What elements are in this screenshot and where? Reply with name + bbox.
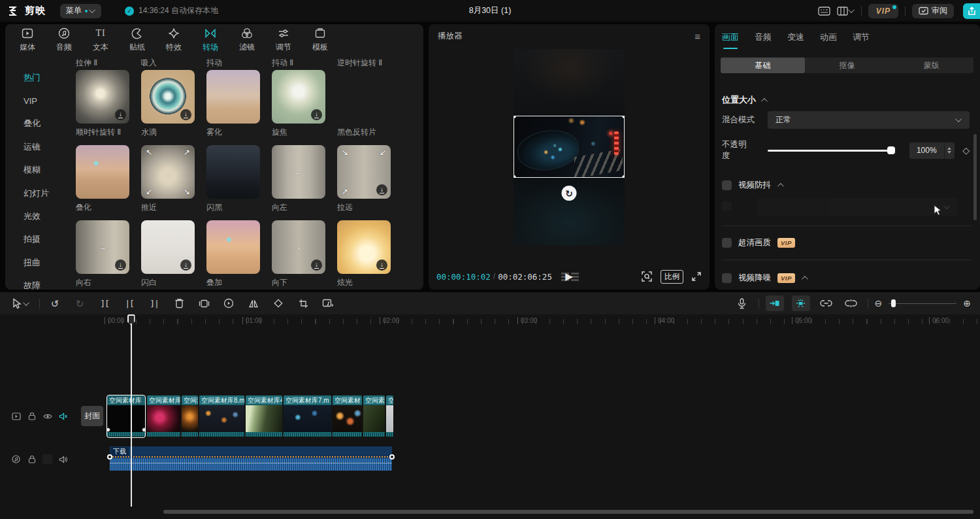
- tab-text[interactable]: TI 文本: [82, 24, 119, 56]
- tab-adjust-props[interactable]: 调节: [853, 31, 870, 49]
- transition-item[interactable]: 雾化: [206, 70, 260, 145]
- rotate-handle[interactable]: ↻: [562, 186, 577, 201]
- preview-focus-icon[interactable]: [641, 271, 653, 282]
- transition-item[interactable]: ↘↙ ↗↖ ↓ 拉远: [337, 145, 391, 220]
- timeline-zoom-slider[interactable]: [889, 299, 956, 308]
- unlink-button[interactable]: [843, 295, 860, 312]
- video-clip[interactable]: 空间素材: [182, 395, 198, 437]
- category-vip[interactable]: VIP: [5, 89, 71, 112]
- scrollbar[interactable]: [973, 134, 977, 220]
- transition-item[interactable]: 闪黑: [206, 145, 260, 220]
- tab-animation[interactable]: 动画: [820, 31, 837, 49]
- tab-media[interactable]: 媒体: [9, 24, 46, 56]
- tab-effects[interactable]: 特效: [155, 24, 192, 56]
- transition-item[interactable]: ↖↗ ↙↘ 推近: [141, 145, 195, 220]
- player-menu-icon[interactable]: ≡: [694, 31, 700, 42]
- volume-keyframe-handle[interactable]: [389, 454, 395, 460]
- transition-item[interactable]: ↓ 旋焦: [272, 70, 325, 145]
- tab-sticker[interactable]: 贴纸: [119, 24, 155, 56]
- category-hot[interactable]: 热门: [5, 66, 71, 89]
- link-button[interactable]: [818, 295, 835, 312]
- category-light[interactable]: 光效: [5, 205, 71, 227]
- transition-item[interactable]: ← 向左: [272, 145, 325, 220]
- video-clip[interactable]: 空间素材库7.m: [284, 395, 331, 437]
- fullscreen-icon[interactable]: [691, 271, 702, 282]
- horizontal-scrollbar[interactable]: [163, 510, 973, 514]
- transition-item[interactable]: ↓ 水滴: [141, 70, 195, 145]
- keyframe-icon[interactable]: ◇: [962, 145, 970, 156]
- tab-audio-props[interactable]: 音频: [755, 31, 772, 49]
- selected-video-layer[interactable]: [514, 116, 625, 178]
- volume-line[interactable]: [110, 456, 392, 458]
- trim-handle[interactable]: [142, 427, 145, 432]
- opacity-value[interactable]: 100%: [909, 142, 944, 159]
- category-slideshow[interactable]: 幻灯片: [5, 182, 71, 205]
- blend-mode-dropdown[interactable]: 正常: [768, 111, 970, 129]
- delete-right-button[interactable]: ]|: [146, 295, 163, 312]
- transition-item[interactable]: 叠化: [76, 145, 129, 220]
- tab-filters[interactable]: 滤镜: [229, 24, 265, 56]
- app-logo[interactable]: 剪映: [8, 5, 46, 17]
- stabilize-checkbox[interactable]: [722, 180, 732, 190]
- detach-audio-button[interactable]: [319, 295, 336, 312]
- video-clip[interactable]: 空间素材库: [147, 395, 180, 437]
- video-clip[interactable]: 空: [386, 395, 393, 437]
- section-position-size[interactable]: 位置大小: [722, 94, 766, 106]
- audio-clip[interactable]: 下载: [110, 446, 392, 471]
- tab-adjust[interactable]: 调节: [265, 24, 302, 56]
- category-shoot[interactable]: 拍摄: [5, 228, 71, 251]
- redo-button[interactable]: ↻: [71, 295, 88, 312]
- auto-snap-toggle[interactable]: [792, 295, 810, 311]
- transition-item[interactable]: ↓ 闪白: [141, 220, 195, 290]
- zoom-out-icon[interactable]: ⊖: [875, 298, 883, 309]
- layout-switch-button[interactable]: [837, 7, 855, 16]
- timeline-ruler[interactable]: [108, 319, 980, 324]
- subtab-basic[interactable]: 基础: [721, 58, 805, 73]
- video-clip[interactable]: 空间素材库8.m: [199, 395, 244, 437]
- undo-button[interactable]: ↺: [46, 295, 63, 312]
- split-button[interactable]: ][: [96, 295, 113, 312]
- timeline[interactable]: 00:00 01:00 02:00 03:00 04:00 05:00 06:0…: [0, 314, 980, 519]
- subtab-mask[interactable]: 蒙版: [889, 58, 973, 73]
- tab-video[interactable]: 画面: [722, 31, 739, 49]
- tab-templates[interactable]: 模板: [302, 24, 338, 56]
- opacity-stepper[interactable]: [944, 142, 955, 159]
- vip-button[interactable]: VIP: [868, 4, 898, 18]
- transition-item[interactable]: 叠加: [206, 220, 260, 290]
- shortcut-keyboard-icon[interactable]: [818, 7, 830, 16]
- category-warp[interactable]: 扭曲: [5, 251, 71, 274]
- transition-item[interactable]: ↓↓ 向下: [272, 220, 325, 290]
- tab-audio[interactable]: 音频: [46, 24, 82, 56]
- tab-transitions[interactable]: 转场: [192, 24, 229, 56]
- review-button[interactable]: 审阅: [912, 4, 954, 18]
- zoom-in-icon[interactable]: ⊕: [963, 298, 971, 309]
- subtab-chroma-key[interactable]: 抠像: [805, 58, 889, 73]
- preview-canvas[interactable]: ↻: [514, 49, 625, 245]
- slider-knob[interactable]: [891, 299, 896, 307]
- resize-handle[interactable]: [622, 175, 625, 178]
- transition-item[interactable]: ↓ 顺时针旋转 Ⅱ: [76, 70, 129, 145]
- slider-knob[interactable]: [887, 146, 895, 154]
- rotate-button[interactable]: [270, 295, 287, 312]
- video-clip-selected[interactable]: 空间素材库: [107, 395, 145, 437]
- video-clip[interactable]: 空间素材: [333, 395, 362, 437]
- video-clip[interactable]: 空间素材: [363, 395, 385, 437]
- overlay-button[interactable]: [195, 295, 212, 312]
- category-blur[interactable]: 模糊: [5, 159, 71, 182]
- volume-keyframe-handle[interactable]: [107, 454, 112, 460]
- menu-button[interactable]: 菜单: [60, 4, 101, 18]
- transition-item[interactable]: 黑色反转片: [337, 70, 391, 145]
- resize-handle[interactable]: [622, 116, 625, 118]
- play-button[interactable]: ▶: [565, 271, 573, 282]
- freeze-frame-button[interactable]: [220, 295, 237, 312]
- aspect-ratio-button[interactable]: 比例: [661, 270, 683, 284]
- record-voiceover-button[interactable]: [734, 295, 751, 312]
- main-track-magnet-toggle[interactable]: [766, 295, 784, 311]
- transition-item[interactable]: →↓ 向右: [76, 220, 129, 290]
- crop-button[interactable]: [295, 295, 312, 312]
- music-note-icon[interactable]: [11, 454, 21, 464]
- playhead-line[interactable]: [131, 316, 132, 507]
- hd-quality-checkbox[interactable]: [722, 238, 732, 248]
- category-camera-move[interactable]: 运镜: [5, 135, 71, 158]
- mirror-button[interactable]: [245, 295, 262, 312]
